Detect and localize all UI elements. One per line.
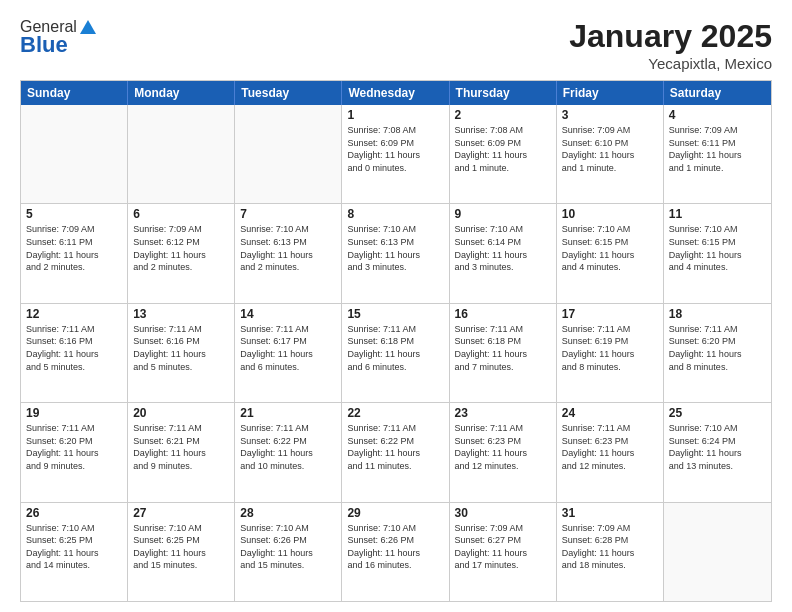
day-cell-5: 5Sunrise: 7:09 AM Sunset: 6:11 PM Daylig… [21, 204, 128, 302]
day-number: 21 [240, 406, 336, 420]
day-info: Sunrise: 7:10 AM Sunset: 6:26 PM Dayligh… [240, 522, 336, 572]
calendar-body: 1Sunrise: 7:08 AM Sunset: 6:09 PM Daylig… [21, 105, 771, 601]
day-cell-9: 9Sunrise: 7:10 AM Sunset: 6:14 PM Daylig… [450, 204, 557, 302]
weekday-header-wednesday: Wednesday [342, 81, 449, 105]
day-info: Sunrise: 7:10 AM Sunset: 6:14 PM Dayligh… [455, 223, 551, 273]
day-info: Sunrise: 7:10 AM Sunset: 6:25 PM Dayligh… [133, 522, 229, 572]
day-cell-1: 1Sunrise: 7:08 AM Sunset: 6:09 PM Daylig… [342, 105, 449, 203]
day-cell-8: 8Sunrise: 7:10 AM Sunset: 6:13 PM Daylig… [342, 204, 449, 302]
day-info: Sunrise: 7:11 AM Sunset: 6:20 PM Dayligh… [26, 422, 122, 472]
day-cell-14: 14Sunrise: 7:11 AM Sunset: 6:17 PM Dayli… [235, 304, 342, 402]
day-info: Sunrise: 7:09 AM Sunset: 6:11 PM Dayligh… [669, 124, 766, 174]
day-cell-24: 24Sunrise: 7:11 AM Sunset: 6:23 PM Dayli… [557, 403, 664, 501]
day-cell-11: 11Sunrise: 7:10 AM Sunset: 6:15 PM Dayli… [664, 204, 771, 302]
day-info: Sunrise: 7:11 AM Sunset: 6:23 PM Dayligh… [562, 422, 658, 472]
day-number: 19 [26, 406, 122, 420]
day-number: 1 [347, 108, 443, 122]
day-cell-27: 27Sunrise: 7:10 AM Sunset: 6:25 PM Dayli… [128, 503, 235, 601]
day-info: Sunrise: 7:11 AM Sunset: 6:19 PM Dayligh… [562, 323, 658, 373]
day-number: 11 [669, 207, 766, 221]
day-info: Sunrise: 7:11 AM Sunset: 6:18 PM Dayligh… [455, 323, 551, 373]
day-number: 25 [669, 406, 766, 420]
day-number: 27 [133, 506, 229, 520]
logo-icon [79, 18, 97, 36]
day-number: 23 [455, 406, 551, 420]
day-cell-12: 12Sunrise: 7:11 AM Sunset: 6:16 PM Dayli… [21, 304, 128, 402]
day-cell-25: 25Sunrise: 7:10 AM Sunset: 6:24 PM Dayli… [664, 403, 771, 501]
day-info: Sunrise: 7:09 AM Sunset: 6:12 PM Dayligh… [133, 223, 229, 273]
day-number: 31 [562, 506, 658, 520]
empty-cell-0-2 [235, 105, 342, 203]
calendar-row-3: 19Sunrise: 7:11 AM Sunset: 6:20 PM Dayli… [21, 402, 771, 501]
day-info: Sunrise: 7:10 AM Sunset: 6:15 PM Dayligh… [669, 223, 766, 273]
day-number: 14 [240, 307, 336, 321]
day-cell-31: 31Sunrise: 7:09 AM Sunset: 6:28 PM Dayli… [557, 503, 664, 601]
month-title: January 2025 [569, 18, 772, 55]
day-number: 22 [347, 406, 443, 420]
day-info: Sunrise: 7:11 AM Sunset: 6:22 PM Dayligh… [240, 422, 336, 472]
day-cell-15: 15Sunrise: 7:11 AM Sunset: 6:18 PM Dayli… [342, 304, 449, 402]
day-cell-23: 23Sunrise: 7:11 AM Sunset: 6:23 PM Dayli… [450, 403, 557, 501]
weekday-header-tuesday: Tuesday [235, 81, 342, 105]
day-cell-7: 7Sunrise: 7:10 AM Sunset: 6:13 PM Daylig… [235, 204, 342, 302]
day-cell-17: 17Sunrise: 7:11 AM Sunset: 6:19 PM Dayli… [557, 304, 664, 402]
day-number: 12 [26, 307, 122, 321]
calendar-row-0: 1Sunrise: 7:08 AM Sunset: 6:09 PM Daylig… [21, 105, 771, 203]
weekday-header-thursday: Thursday [450, 81, 557, 105]
day-info: Sunrise: 7:09 AM Sunset: 6:10 PM Dayligh… [562, 124, 658, 174]
empty-cell-0-0 [21, 105, 128, 203]
weekday-header-friday: Friday [557, 81, 664, 105]
calendar-row-1: 5Sunrise: 7:09 AM Sunset: 6:11 PM Daylig… [21, 203, 771, 302]
day-number: 24 [562, 406, 658, 420]
day-number: 4 [669, 108, 766, 122]
empty-cell-4-6 [664, 503, 771, 601]
day-number: 26 [26, 506, 122, 520]
calendar: SundayMondayTuesdayWednesdayThursdayFrid… [20, 80, 772, 602]
day-info: Sunrise: 7:08 AM Sunset: 6:09 PM Dayligh… [455, 124, 551, 174]
day-info: Sunrise: 7:10 AM Sunset: 6:13 PM Dayligh… [240, 223, 336, 273]
day-number: 20 [133, 406, 229, 420]
day-cell-13: 13Sunrise: 7:11 AM Sunset: 6:16 PM Dayli… [128, 304, 235, 402]
day-number: 8 [347, 207, 443, 221]
day-number: 13 [133, 307, 229, 321]
day-number: 2 [455, 108, 551, 122]
day-info: Sunrise: 7:10 AM Sunset: 6:26 PM Dayligh… [347, 522, 443, 572]
header: General Blue January 2025 Yecapixtla, Me… [20, 18, 772, 72]
day-info: Sunrise: 7:11 AM Sunset: 6:16 PM Dayligh… [133, 323, 229, 373]
day-info: Sunrise: 7:11 AM Sunset: 6:23 PM Dayligh… [455, 422, 551, 472]
day-cell-4: 4Sunrise: 7:09 AM Sunset: 6:11 PM Daylig… [664, 105, 771, 203]
day-info: Sunrise: 7:11 AM Sunset: 6:17 PM Dayligh… [240, 323, 336, 373]
logo: General Blue [20, 18, 97, 58]
day-cell-19: 19Sunrise: 7:11 AM Sunset: 6:20 PM Dayli… [21, 403, 128, 501]
day-cell-26: 26Sunrise: 7:10 AM Sunset: 6:25 PM Dayli… [21, 503, 128, 601]
day-number: 5 [26, 207, 122, 221]
day-info: Sunrise: 7:11 AM Sunset: 6:16 PM Dayligh… [26, 323, 122, 373]
day-cell-22: 22Sunrise: 7:11 AM Sunset: 6:22 PM Dayli… [342, 403, 449, 501]
day-info: Sunrise: 7:09 AM Sunset: 6:28 PM Dayligh… [562, 522, 658, 572]
day-number: 15 [347, 307, 443, 321]
day-number: 17 [562, 307, 658, 321]
empty-cell-0-1 [128, 105, 235, 203]
calendar-row-4: 26Sunrise: 7:10 AM Sunset: 6:25 PM Dayli… [21, 502, 771, 601]
day-info: Sunrise: 7:09 AM Sunset: 6:11 PM Dayligh… [26, 223, 122, 273]
day-cell-2: 2Sunrise: 7:08 AM Sunset: 6:09 PM Daylig… [450, 105, 557, 203]
calendar-row-2: 12Sunrise: 7:11 AM Sunset: 6:16 PM Dayli… [21, 303, 771, 402]
day-cell-6: 6Sunrise: 7:09 AM Sunset: 6:12 PM Daylig… [128, 204, 235, 302]
svg-marker-0 [80, 20, 96, 34]
day-number: 6 [133, 207, 229, 221]
day-cell-3: 3Sunrise: 7:09 AM Sunset: 6:10 PM Daylig… [557, 105, 664, 203]
day-number: 3 [562, 108, 658, 122]
day-info: Sunrise: 7:09 AM Sunset: 6:27 PM Dayligh… [455, 522, 551, 572]
day-number: 10 [562, 207, 658, 221]
day-number: 9 [455, 207, 551, 221]
day-info: Sunrise: 7:11 AM Sunset: 6:18 PM Dayligh… [347, 323, 443, 373]
day-cell-18: 18Sunrise: 7:11 AM Sunset: 6:20 PM Dayli… [664, 304, 771, 402]
day-info: Sunrise: 7:11 AM Sunset: 6:22 PM Dayligh… [347, 422, 443, 472]
day-cell-10: 10Sunrise: 7:10 AM Sunset: 6:15 PM Dayli… [557, 204, 664, 302]
page: General Blue January 2025 Yecapixtla, Me… [0, 0, 792, 612]
day-info: Sunrise: 7:10 AM Sunset: 6:24 PM Dayligh… [669, 422, 766, 472]
day-info: Sunrise: 7:10 AM Sunset: 6:25 PM Dayligh… [26, 522, 122, 572]
day-info: Sunrise: 7:11 AM Sunset: 6:20 PM Dayligh… [669, 323, 766, 373]
day-number: 29 [347, 506, 443, 520]
title-section: January 2025 Yecapixtla, Mexico [569, 18, 772, 72]
